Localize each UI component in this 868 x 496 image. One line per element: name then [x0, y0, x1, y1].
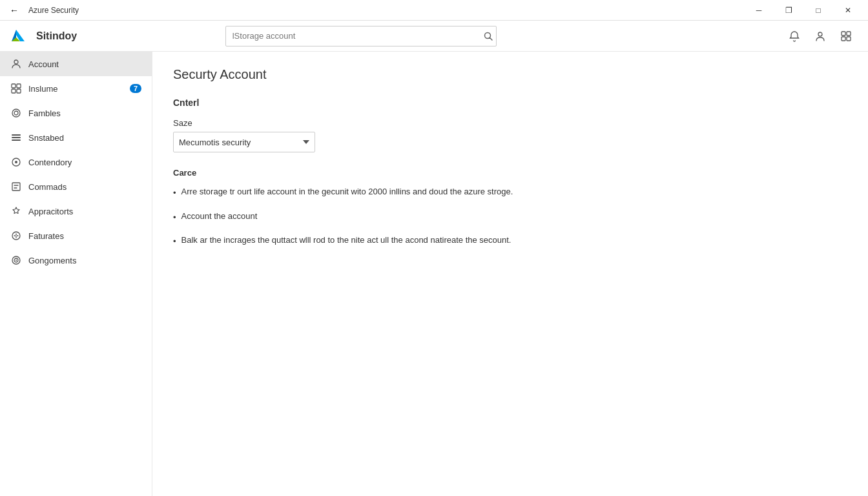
sidebar-label-account: Account	[28, 59, 141, 69]
form-label: Saze	[173, 118, 847, 128]
bullet-text: Account the account	[181, 210, 258, 224]
titlebar-left: ← Azure Security	[5, 1, 79, 19]
svg-rect-4	[842, 32, 845, 36]
bullet-dot: •	[173, 187, 176, 200]
sidebar-item-commads[interactable]: Commads	[0, 174, 152, 199]
faturates-icon	[10, 230, 22, 242]
titlebar-controls: ─ ❐ □ ✕	[744, 0, 863, 21]
sidebar-badge-inslume: 7	[130, 84, 141, 93]
account-icon	[10, 58, 22, 70]
sidebar-item-fambles[interactable]: Fambles	[0, 101, 152, 125]
sidebar-item-account[interactable]: Account	[0, 52, 152, 76]
gongoments-icon	[10, 254, 22, 266]
list-item: •Arre storage tr ourt life account in th…	[173, 185, 847, 200]
layout: AccountInslume7FamblesSnstabedContendory…	[0, 52, 868, 496]
sidebar-item-faturates[interactable]: Faturates	[0, 223, 152, 248]
sidebar-label-commads: Commads	[28, 182, 141, 192]
contendory-icon	[10, 156, 22, 168]
svg-rect-6	[842, 37, 845, 41]
sidebar-label-appracitorts: Appracitorts	[28, 207, 141, 216]
sidebar-label-gongoments: Gongoments	[28, 256, 141, 265]
svg-point-18	[15, 161, 17, 163]
form-group: Saze Mecumotis securityOption 2Option 3	[173, 118, 847, 152]
svg-rect-9	[12, 84, 16, 88]
svg-point-13	[12, 109, 20, 117]
list-item: •Account the account	[173, 210, 847, 224]
sidebar-item-contendory[interactable]: Contendory	[0, 150, 152, 174]
restore-button[interactable]: ❐	[774, 0, 803, 21]
bullet-dot: •	[173, 235, 176, 248]
bullet-dot: •	[173, 211, 176, 224]
search-input[interactable]	[225, 26, 497, 46]
sidebar-label-contendory: Contendory	[28, 158, 141, 167]
commads-icon	[10, 181, 22, 192]
main-content: Securty Account Cnterl Saze Mecumotis se…	[152, 52, 868, 496]
sidebar-label-inslume: Inslume	[28, 84, 123, 94]
back-icon: ←	[10, 5, 19, 16]
search-bar	[225, 26, 497, 46]
sidebar-label-fambles: Fambles	[28, 108, 141, 118]
svg-point-25	[16, 260, 17, 261]
svg-point-8	[14, 60, 18, 64]
svg-point-3	[818, 32, 822, 36]
sidebar-item-appracitorts[interactable]: Appracitorts	[0, 199, 152, 223]
sidebar-item-gongoments[interactable]: Gongoments	[0, 248, 152, 273]
svg-rect-5	[847, 32, 851, 36]
fambles-icon	[10, 107, 22, 119]
app-logo	[10, 28, 26, 44]
app-header: Sitindoy	[0, 21, 868, 52]
bullet-text: Arre storage tr ourt life account in the…	[181, 185, 513, 200]
svg-point-22	[16, 235, 17, 236]
sidebar-item-snstabed[interactable]: Snstabed	[0, 125, 152, 150]
svg-rect-14	[12, 134, 21, 136]
close-button[interactable]: ✕	[833, 0, 863, 21]
titlebar-title: Azure Security	[28, 6, 79, 15]
bullet-text: Balk ar the incrages the quttact wlll ro…	[181, 234, 512, 248]
settings-icon-button[interactable]	[834, 25, 858, 48]
appracitorts-icon	[10, 205, 22, 217]
svg-rect-12	[17, 89, 21, 93]
sidebar-label-faturates: Faturates	[28, 231, 141, 241]
app-name: Sitindoy	[36, 30, 77, 42]
bullet-list: •Arre storage tr ourt life account in th…	[173, 185, 847, 248]
sidebar-label-snstabed: Snstabed	[28, 133, 141, 143]
notifications-icon-button[interactable]	[783, 25, 806, 48]
minimize-button[interactable]: ─	[744, 0, 774, 21]
svg-rect-7	[847, 37, 851, 41]
user-icon-button[interactable]	[809, 25, 832, 48]
header-icons	[783, 25, 858, 48]
page-title: Securty Account	[173, 67, 847, 82]
list-item: •Balk ar the incrages the quttact wlll r…	[173, 234, 847, 248]
inslume-icon	[10, 83, 22, 94]
snstabed-icon	[10, 132, 22, 143]
svg-rect-16	[12, 140, 21, 141]
svg-rect-15	[12, 137, 21, 138]
sidebar: AccountInslume7FamblesSnstabedContendory…	[0, 52, 152, 496]
sidebar-item-inslume[interactable]: Inslume7	[0, 76, 152, 101]
security-select[interactable]: Mecumotis securityOption 2Option 3	[173, 132, 315, 152]
section-title: Cnterl	[173, 98, 847, 108]
back-button[interactable]: ←	[5, 1, 23, 19]
svg-rect-11	[12, 89, 16, 93]
titlebar: ← Azure Security ─ ❐ □ ✕	[0, 0, 868, 21]
description-title: Carce	[173, 168, 847, 178]
svg-rect-10	[17, 84, 21, 88]
search-icon[interactable]	[484, 32, 493, 41]
maximize-button[interactable]: □	[803, 0, 833, 21]
